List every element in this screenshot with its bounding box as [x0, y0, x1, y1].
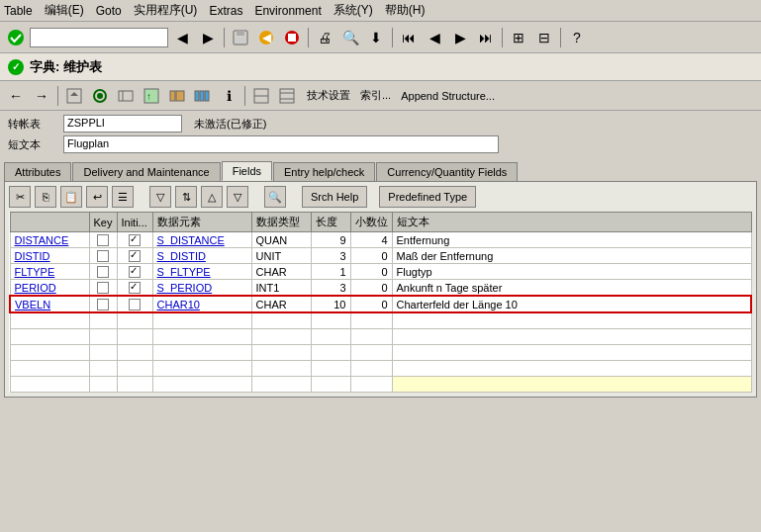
menu-edit[interactable]: 编辑(E) — [45, 2, 84, 19]
field-key-checkbox[interactable] — [89, 376, 117, 392]
field-decimals: 0 — [350, 296, 392, 312]
menu-table[interactable]: Table — [4, 4, 33, 18]
action4-icon[interactable]: ↑ — [140, 84, 163, 108]
menu-system[interactable]: 系统(Y) — [333, 2, 373, 19]
field-init-checkbox[interactable] — [117, 248, 152, 264]
help-icon[interactable]: ? — [565, 26, 589, 49]
command-input[interactable] — [30, 28, 168, 47]
action7-icon[interactable]: ℹ — [217, 84, 240, 108]
layout-icon[interactable]: ⊞ — [507, 26, 530, 49]
field-data-element — [152, 312, 251, 328]
filter-icon[interactable]: ▽ — [149, 186, 171, 208]
table-row[interactable]: VBELNCHAR10CHAR100Charterfeld der Länge … — [10, 296, 751, 312]
field-init-checkbox[interactable] — [117, 376, 152, 392]
table-row[interactable]: DISTANCES_DISTANCEQUAN94Entfernung — [10, 232, 751, 248]
field-key-checkbox[interactable] — [89, 248, 117, 264]
tab-fields[interactable]: Fields — [222, 161, 272, 181]
menu-environment[interactable]: Environment — [254, 4, 321, 18]
table-row[interactable]: DISTIDS_DISTIDUNIT30Maß der Entfernung — [10, 248, 751, 264]
form-area: 转帐表 ZSPPLI 未激活(已修正) 短文本 Flugplan — [0, 111, 761, 157]
sort-icon[interactable]: ⇅ — [175, 186, 197, 208]
predefined-type-button[interactable]: Predefined Type — [379, 186, 476, 208]
table-row[interactable] — [10, 312, 751, 328]
layout2-icon[interactable]: ⊟ — [532, 26, 556, 49]
table-row[interactable] — [10, 328, 751, 344]
table-row[interactable] — [10, 360, 751, 376]
first-icon[interactable]: ⏮ — [397, 26, 421, 49]
menu-goto[interactable]: Goto — [96, 4, 122, 18]
field-name — [10, 312, 89, 328]
find-icon[interactable]: 🔍 — [338, 26, 362, 49]
menu-extras[interactable]: Extras — [209, 4, 242, 18]
separator5 — [560, 28, 561, 47]
nav-next-icon[interactable]: ▶ — [196, 26, 220, 49]
field-init-checkbox[interactable] — [117, 344, 152, 360]
print-icon[interactable]: 🖨 — [313, 26, 336, 49]
field-init-checkbox[interactable] — [117, 328, 152, 344]
field-key-checkbox[interactable] — [89, 264, 117, 280]
action5-icon[interactable] — [165, 84, 189, 108]
select-icon[interactable]: ☰ — [112, 186, 134, 208]
menu-utilities[interactable]: 实用程序(U) — [134, 2, 198, 19]
field-key-checkbox[interactable] — [89, 280, 117, 297]
paste-icon[interactable]: 📋 — [60, 186, 82, 208]
col-header-decimals: 小数位 — [350, 213, 392, 232]
table-row[interactable] — [10, 344, 751, 360]
field-init-checkbox[interactable] — [117, 264, 152, 280]
tab-currency[interactable]: Currency/Quantity Fields — [376, 162, 518, 181]
prev-icon[interactable]: ◀ — [423, 26, 446, 49]
append-structure-label[interactable]: Append Structure... — [401, 90, 495, 102]
field-init-checkbox[interactable] — [117, 296, 152, 312]
tab-delivery[interactable]: Delivery and Maintenance — [72, 162, 220, 181]
svg-rect-16 — [176, 91, 184, 101]
table-row[interactable]: PERIODS_PERIODINT130Ankunft n Tage späte… — [10, 280, 751, 297]
field-key-checkbox[interactable] — [89, 232, 117, 248]
find-next-icon[interactable]: ⬇ — [364, 26, 388, 49]
field-length — [311, 360, 350, 376]
tab-attributes[interactable]: Attributes — [4, 162, 71, 181]
index-label[interactable]: 索引... — [360, 88, 391, 103]
field-key-checkbox[interactable] — [89, 312, 117, 328]
move-down-icon[interactable]: ▽ — [227, 186, 248, 208]
forward2-icon[interactable]: → — [30, 84, 53, 108]
action8-icon[interactable] — [249, 84, 273, 108]
nav-prev-icon[interactable]: ◀ — [170, 26, 194, 49]
field-data-element — [152, 328, 251, 344]
scissors-icon[interactable]: ✂ — [9, 186, 31, 208]
col-header-short-text: 短文本 — [392, 213, 751, 232]
field-init-checkbox[interactable] — [117, 360, 152, 376]
tech-settings-label[interactable]: 技术设置 — [307, 88, 350, 103]
action2-icon[interactable] — [88, 84, 112, 108]
check-icon[interactable] — [4, 26, 28, 49]
undo-icon[interactable]: ↩ — [86, 186, 108, 208]
table-row[interactable]: FLTYPES_FLTYPECHAR10Flugtyp — [10, 264, 751, 280]
next-icon[interactable]: ▶ — [448, 26, 472, 49]
find2-icon[interactable]: 🔍 — [264, 186, 286, 208]
separator3 — [392, 28, 393, 47]
last-icon[interactable]: ⏭ — [474, 26, 498, 49]
tab-entry-help[interactable]: Entry help/check — [273, 162, 375, 181]
field-short-text — [392, 328, 751, 344]
field-short-text — [392, 344, 751, 360]
field-init-checkbox[interactable] — [117, 280, 152, 297]
stop-icon[interactable] — [280, 26, 304, 49]
field-key-checkbox[interactable] — [89, 328, 117, 344]
field-name: FLTYPE — [10, 264, 89, 280]
back-icon[interactable]: ◀ — [254, 26, 278, 49]
menu-help[interactable]: 帮助(H) — [385, 2, 426, 19]
field-init-checkbox[interactable] — [117, 232, 152, 248]
back2-icon[interactable]: ← — [4, 84, 28, 108]
field-init-checkbox[interactable] — [117, 312, 152, 328]
action3-icon[interactable] — [114, 84, 138, 108]
field-key-checkbox[interactable] — [89, 360, 117, 376]
table-row[interactable] — [10, 376, 751, 392]
move-up-icon[interactable]: △ — [201, 186, 223, 208]
copy-icon[interactable]: ⎘ — [35, 186, 56, 208]
field-key-checkbox[interactable] — [89, 344, 117, 360]
action1-icon[interactable] — [62, 84, 86, 108]
action6-icon[interactable] — [191, 84, 215, 108]
action9-icon[interactable] — [275, 84, 299, 108]
srch-help-button[interactable]: Srch Help — [302, 186, 367, 208]
save-icon[interactable] — [229, 26, 252, 49]
field-key-checkbox[interactable] — [89, 296, 117, 312]
